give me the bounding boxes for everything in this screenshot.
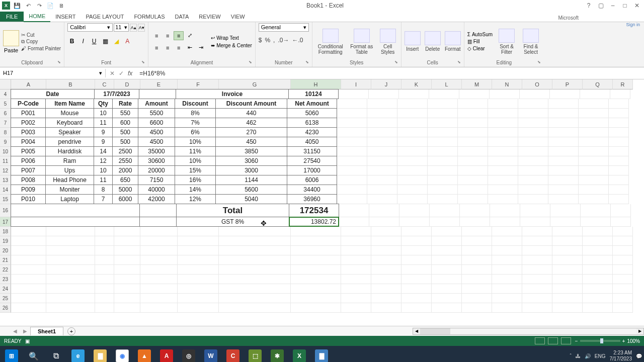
cell[interactable]: Moniter (45, 185, 94, 195)
minimize-icon[interactable]: – (609, 2, 617, 10)
cell[interactable] (579, 99, 609, 109)
cell[interactable] (458, 175, 488, 185)
cell[interactable] (341, 265, 371, 275)
cell[interactable] (488, 185, 518, 195)
cell[interactable]: Amount (138, 99, 175, 109)
cell[interactable] (579, 156, 609, 166)
cell[interactable] (140, 227, 178, 236)
cell[interactable]: 11 (94, 118, 113, 128)
prev-sheet-icon[interactable]: ◀ (10, 328, 20, 334)
cell[interactable] (114, 294, 140, 303)
insert-cells-button[interactable]: Insert (405, 31, 421, 52)
tab-page-layout[interactable]: PAGE LAYOUT (80, 12, 129, 22)
decrease-indent-button[interactable]: ⇤ (185, 43, 195, 52)
cell[interactable] (518, 109, 548, 118)
cell[interactable] (432, 246, 462, 255)
cell[interactable] (291, 303, 341, 313)
cell[interactable] (401, 303, 432, 313)
cell[interactable] (399, 217, 430, 227)
cell[interactable] (219, 227, 291, 236)
cell[interactable] (11, 217, 140, 227)
cell[interactable] (401, 265, 432, 275)
cell[interactable] (429, 89, 459, 99)
cell[interactable] (341, 303, 371, 313)
cell[interactable] (613, 255, 633, 265)
col-header[interactable]: C (95, 79, 114, 89)
cell[interactable] (548, 156, 579, 166)
cell[interactable] (11, 275, 46, 284)
col-header[interactable]: F (178, 79, 219, 89)
cell[interactable] (458, 166, 488, 175)
cell[interactable] (341, 227, 371, 236)
cell[interactable] (140, 284, 178, 294)
cell[interactable] (367, 137, 397, 147)
zoom-in-button[interactable]: + (622, 338, 625, 344)
cancel-formula-icon[interactable]: ✕ (110, 70, 115, 77)
tray-up-icon[interactable]: ˆ (570, 353, 571, 359)
search-button[interactable]: 🔍 (24, 348, 43, 362)
cell[interactable] (428, 147, 458, 156)
cell[interactable] (581, 217, 611, 227)
cell[interactable] (371, 255, 401, 265)
cell[interactable] (583, 246, 613, 255)
cell[interactable]: Ram (45, 156, 94, 166)
cell[interactable] (337, 128, 367, 137)
cell[interactable] (548, 185, 579, 195)
cell[interactable] (401, 227, 432, 236)
cell[interactable] (291, 275, 341, 284)
increase-decimal-button[interactable]: .0→ (278, 37, 289, 44)
explorer-app-icon[interactable]: ▇ (91, 348, 110, 362)
cell[interactable] (579, 137, 609, 147)
cell[interactable] (95, 265, 114, 275)
cell[interactable] (520, 89, 550, 99)
cell[interactable] (140, 265, 178, 275)
col-header[interactable]: G (219, 79, 291, 89)
cell[interactable] (609, 195, 629, 204)
cell[interactable]: 4050 (287, 137, 337, 147)
cell[interactable] (178, 275, 219, 284)
col-header[interactable]: K (401, 79, 432, 89)
cell[interactable] (369, 204, 399, 217)
cell[interactable]: 10% (175, 156, 216, 166)
cell[interactable]: P005 (11, 146, 46, 156)
tab-formulas[interactable]: FORMULAS (129, 12, 170, 22)
notifications-icon[interactable]: 💬 (636, 353, 642, 359)
close-icon[interactable]: ✕ (633, 2, 641, 10)
cell[interactable] (140, 236, 178, 246)
cell[interactable] (518, 137, 548, 147)
cell[interactable]: 16% (175, 175, 216, 185)
cell[interactable]: Discount (175, 99, 216, 109)
cell[interactable] (428, 166, 458, 175)
cell[interactable] (114, 284, 140, 294)
select-all-corner[interactable] (0, 79, 11, 89)
cell[interactable] (114, 255, 140, 265)
fill-button[interactable]: ▥Fill (467, 39, 493, 44)
cell[interactable]: P009 (11, 185, 46, 195)
cell[interactable]: 40000 (138, 185, 175, 195)
cell[interactable] (548, 175, 579, 185)
cell[interactable] (432, 294, 462, 303)
cell[interactable]: 12% (175, 194, 216, 204)
cell[interactable] (552, 265, 583, 275)
cell[interactable] (219, 303, 291, 313)
cell[interactable]: 6006 (287, 175, 337, 185)
cell[interactable] (552, 236, 583, 246)
cell[interactable] (548, 147, 579, 156)
align-top-button[interactable]: ≡ (151, 31, 162, 40)
cell[interactable]: 6138 (287, 118, 337, 128)
cell[interactable] (488, 156, 518, 166)
cell[interactable] (518, 128, 548, 137)
cell[interactable] (458, 156, 488, 166)
cell[interactable] (399, 89, 429, 99)
cell[interactable] (95, 303, 114, 313)
excel-app-icon[interactable]: X (290, 348, 309, 362)
cell[interactable]: 8% (175, 108, 216, 118)
bold-button[interactable]: B (67, 37, 76, 46)
edge-app-icon[interactable]: e (68, 348, 88, 362)
cell[interactable] (219, 275, 291, 284)
font-color-button[interactable]: A (123, 37, 132, 46)
cell[interactable] (492, 265, 522, 275)
cell[interactable] (583, 236, 613, 246)
scroll-thumb[interactable] (420, 328, 450, 334)
cell[interactable]: 3060 (215, 156, 287, 166)
